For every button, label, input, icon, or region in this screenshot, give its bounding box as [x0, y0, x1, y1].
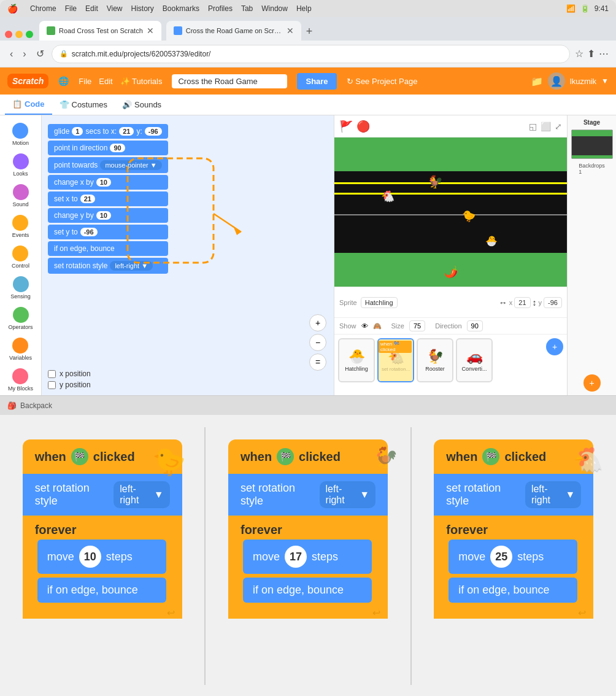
minimize-window-btn[interactable] — [15, 31, 23, 38]
palette-sensing[interactable]: Sensing — [8, 274, 33, 302]
menu-view[interactable]: View — [107, 4, 123, 13]
stage-large-btn[interactable]: ⬜ — [541, 122, 551, 131]
scratch-edit-menu[interactable]: Edit — [99, 77, 112, 86]
project-name-input[interactable] — [172, 74, 287, 88]
edge-bounce-block-1[interactable]: if on edge, bounce — [37, 578, 166, 603]
steps-value-3[interactable]: 25 — [490, 546, 512, 568]
palette-operators[interactable]: Operators — [6, 304, 35, 333]
zoom-in-button[interactable]: + — [309, 314, 326, 331]
backpack-bar[interactable]: 🎒 Backpack — [0, 395, 616, 415]
palette-control[interactable]: Control — [9, 243, 32, 271]
tab-2[interactable]: Cross the Road Game on Scra... ✕ — [166, 21, 301, 41]
when-clicked-block-2[interactable]: when 🏁 clicked — [228, 439, 388, 474]
block-set-x[interactable]: set x to 21 — [48, 191, 168, 206]
menu-tab[interactable]: Tab — [241, 4, 253, 13]
stage-small-btn[interactable]: ◱ — [529, 122, 537, 131]
maximize-window-btn[interactable] — [26, 31, 33, 38]
sprite-direction-field[interactable]: 90 — [467, 320, 483, 331]
palette-myblocks[interactable]: My Blocks — [6, 366, 36, 394]
left-right-dropdown-2[interactable]: left-right ▼ — [320, 481, 375, 508]
palette-events[interactable]: Events — [10, 212, 32, 241]
sprite-name-field[interactable]: Hatchling — [361, 297, 398, 308]
close-window-btn[interactable] — [5, 31, 12, 38]
edge-bounce-block-3[interactable]: if on edge, bounce — [449, 578, 577, 603]
palette-motion[interactable]: Motion — [10, 120, 31, 149]
username-label[interactable]: lkuzmik — [570, 77, 596, 86]
palette-looks[interactable]: Looks — [10, 151, 31, 179]
forever-container-1[interactable]: forever move 10 steps if on edge, bounce… — [23, 516, 182, 619]
scratch-tutorials-link[interactable]: ✨ Tutorials — [120, 77, 163, 86]
menu-help[interactable]: Help — [296, 4, 312, 13]
steps-value-2[interactable]: 17 — [285, 546, 307, 568]
tab-1-close[interactable]: ✕ — [147, 26, 154, 36]
x-position-checkbox-label[interactable]: x position — [48, 369, 91, 378]
stage-canvas[interactable]: 🌶️ 🐓 🐔 🐤 🐣 — [334, 137, 567, 287]
y-position-checkbox[interactable] — [48, 381, 56, 389]
move-steps-block-1[interactable]: move 10 steps — [37, 539, 166, 574]
folder-icon[interactable]: 📁 — [531, 75, 543, 87]
scratch-logo[interactable]: Scratch — [7, 74, 48, 88]
scratch-file-menu[interactable]: File — [79, 77, 91, 86]
block-point-direction[interactable]: point in direction 90 — [48, 141, 168, 155]
share-icon[interactable]: ⬆ — [587, 48, 595, 60]
zoom-reset-button[interactable]: = — [309, 354, 326, 371]
y-position-checkbox-label[interactable]: y position — [48, 381, 91, 389]
menu-profiles[interactable]: Profiles — [208, 4, 233, 13]
user-dropdown-icon[interactable]: ▼ — [601, 77, 609, 85]
menu-history[interactable]: History — [131, 4, 154, 13]
block-glide[interactable]: glide 1 secs to x: 21 y: -96 — [48, 124, 168, 139]
set-rotation-block-2[interactable]: set rotation style left-right ▼ — [228, 474, 388, 516]
see-project-button[interactable]: ↻ See Project Page — [347, 77, 418, 86]
block-rotation-style[interactable]: set rotation style left-right ▼ — [48, 258, 168, 274]
edge-bounce-block-2[interactable]: if on edge, bounce — [243, 578, 372, 603]
stage-mini-preview[interactable] — [571, 130, 613, 159]
bookmark-icon[interactable]: ☆ — [575, 48, 583, 60]
sprite-thumb-convertible[interactable]: 🚗 Converti... — [456, 338, 493, 382]
block-point-towards[interactable]: point towards mouse-pointer ▼ — [48, 157, 168, 173]
back-button[interactable]: ‹ — [7, 46, 15, 62]
left-right-dropdown-1[interactable]: left-right ▼ — [114, 481, 169, 508]
language-globe[interactable]: 🌐 — [58, 76, 69, 86]
block-change-x[interactable]: change x by 10 — [48, 175, 168, 190]
tab-sounds[interactable]: 🔊 Sounds — [115, 95, 169, 115]
sprite-x-field[interactable]: 21 — [514, 297, 530, 308]
forever-container-3[interactable]: forever move 25 steps if on edge, bounce… — [434, 516, 593, 619]
set-rotation-block-3[interactable]: set rotation style left-right ▼ — [434, 474, 593, 516]
stage-fullscreen-btn[interactable]: ⤢ — [555, 122, 562, 131]
left-right-dropdown-3[interactable]: left-right ▼ — [525, 481, 581, 508]
apple-menu[interactable]: 🍎 — [7, 4, 18, 14]
x-position-checkbox[interactable] — [48, 370, 56, 378]
code-workspace[interactable]: glide 1 secs to x: 21 y: -96 point in di… — [42, 115, 334, 395]
reload-button[interactable]: ↺ — [34, 45, 47, 62]
new-tab-button[interactable]: + — [301, 23, 318, 41]
palette-variables[interactable]: Variables — [7, 335, 34, 363]
add-sprite-button[interactable]: + — [546, 338, 563, 355]
green-flag-button[interactable]: 🚩 — [339, 120, 353, 133]
zoom-out-button[interactable]: − — [309, 334, 326, 351]
tab-code[interactable]: 📋 Code — [5, 95, 52, 115]
forever-container-2[interactable]: forever move 17 steps if on edge, bounce… — [228, 516, 388, 619]
sprite-size-field[interactable]: 75 — [409, 320, 425, 331]
tab-1[interactable]: Road Cross Test on Scratch ✕ — [39, 21, 161, 41]
palette-sound[interactable]: Sound — [10, 182, 31, 210]
add-backdrop-button[interactable]: + — [583, 374, 601, 392]
more-icon[interactable]: ⋯ — [599, 48, 609, 60]
steps-value-1[interactable]: 10 — [79, 546, 101, 568]
stop-button[interactable]: 🔴 — [356, 120, 370, 133]
tab-costumes[interactable]: 👕 Costumes — [52, 95, 115, 115]
url-bar[interactable]: 🔒 scratch.mit.edu/projects/620053739/edi… — [52, 45, 570, 63]
menu-file[interactable]: File — [65, 4, 77, 13]
menu-edit[interactable]: Edit — [85, 4, 98, 13]
sprite-thumb-hen[interactable]: 🐔 when 🏁 clicked set rotation... — [377, 338, 414, 382]
move-steps-block-3[interactable]: move 25 steps — [449, 539, 577, 574]
block-set-y[interactable]: set y to -96 — [48, 225, 168, 239]
move-steps-block-2[interactable]: move 17 steps — [243, 539, 372, 574]
sprite-y-field[interactable]: -96 — [544, 297, 562, 308]
menu-bookmarks[interactable]: Bookmarks — [163, 4, 199, 13]
sprite-thumb-rooster[interactable]: 🐓 Rooster — [417, 338, 453, 382]
share-button[interactable]: Share — [297, 73, 336, 90]
user-avatar[interactable]: 👤 — [548, 72, 565, 90]
hide-eye-icon[interactable]: 🙈 — [373, 322, 382, 330]
block-change-y[interactable]: change y by 10 — [48, 208, 168, 223]
menu-chrome[interactable]: Chrome — [30, 4, 56, 13]
